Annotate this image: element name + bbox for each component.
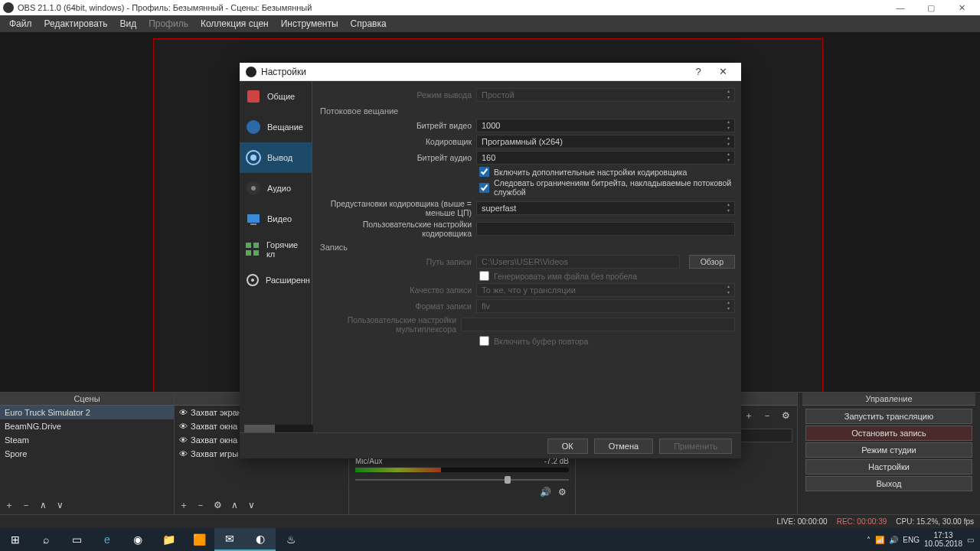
ok-button[interactable]: ОК <box>547 439 588 454</box>
preset-select[interactable]: superfast▴▾ <box>476 201 735 215</box>
dialog-content: Режим вывода Простой▴▾ Потоковое вещание… <box>312 81 741 432</box>
start-stream-button[interactable]: Запустить трансляцию <box>805 409 972 424</box>
dialog-sidebar: Общие Вещание Вывод Аудио Видео Горячие … <box>240 81 312 432</box>
scene-item[interactable]: Euro Truck Simulator 2 <box>0 406 174 419</box>
svg-point-1 <box>247 120 260 134</box>
scene-item[interactable]: Spore <box>0 447 174 461</box>
volume-slider[interactable] <box>355 474 569 485</box>
add-source-button[interactable]: ＋ <box>177 498 191 512</box>
add-scene-button[interactable]: ＋ <box>2 498 16 512</box>
menu-scene-collection[interactable]: Коллекция сцен <box>194 17 275 31</box>
eye-icon[interactable]: 👁 <box>179 435 188 445</box>
chevron-up-icon[interactable]: ˄ <box>867 536 871 544</box>
start-button[interactable]: ⊞ <box>0 528 31 551</box>
add-transition-button[interactable]: ＋ <box>742 409 756 422</box>
app-icon-2[interactable]: 🟧 <box>184 528 214 551</box>
nav-audio[interactable]: Аудио <box>240 173 312 204</box>
follow-bitrate-checkbox[interactable] <box>479 183 489 193</box>
menu-view[interactable]: Вид <box>113 17 142 31</box>
status-rec: REC: 00:00:39 <box>837 517 887 526</box>
scene-down-button[interactable]: ∨ <box>53 498 67 512</box>
nav-hotkeys[interactable]: Горячие кл <box>240 234 312 265</box>
scene-item[interactable]: Steam <box>0 433 174 447</box>
browse-button[interactable]: Обзор <box>689 255 735 269</box>
follow-bitrate-check-label: Следовать ограничениям битрейта, наклады… <box>494 178 735 197</box>
dialog-help-button[interactable]: ? <box>686 66 710 77</box>
obs-taskbar-icon[interactable]: ◐ <box>245 528 276 551</box>
source-up-button[interactable]: ∧ <box>227 498 241 512</box>
explorer-icon[interactable]: 📁 <box>153 528 184 551</box>
edge-icon[interactable]: e <box>92 528 122 551</box>
system-tray[interactable]: ˄ 📶 🔊 ENG 17:13 10.05.2018 ▭ <box>861 531 980 548</box>
output-mode-select[interactable]: Простой▴▾ <box>476 88 735 102</box>
nav-output[interactable]: Вывод <box>240 142 312 173</box>
clock[interactable]: 17:13 10.05.2018 <box>924 531 962 548</box>
close-button[interactable]: ✕ <box>946 3 977 13</box>
mux-input[interactable] <box>461 318 735 331</box>
nav-stream[interactable]: Вещание <box>240 112 312 142</box>
obs-icon <box>3 2 14 13</box>
menu-edit[interactable]: Редактировать <box>38 17 114 31</box>
menu-tools[interactable]: Инструменты <box>275 17 345 31</box>
source-down-button[interactable]: ∨ <box>244 498 258 512</box>
window-title: OBS 21.1.0 (64bit, windows) - Профиль: Б… <box>18 3 885 12</box>
transition-settings-button[interactable]: ⚙ <box>779 409 792 422</box>
sidebar-scrollbar[interactable] <box>244 425 313 432</box>
dialog-titlebar: Настройки ? ✕ <box>240 63 741 81</box>
no-space-checkbox[interactable] <box>479 271 489 281</box>
language-indicator[interactable]: ENG <box>903 536 920 544</box>
task-view-icon[interactable]: ▭ <box>61 528 92 551</box>
eye-icon[interactable]: 👁 <box>179 422 188 431</box>
gear-icon[interactable]: ⚙ <box>555 485 569 499</box>
notifications-icon[interactable]: ▭ <box>967 536 974 544</box>
menu-file[interactable]: Файл <box>3 17 38 31</box>
svg-point-5 <box>251 186 256 191</box>
remove-scene-button[interactable]: － <box>19 498 33 512</box>
volume-icon[interactable]: 🔊 <box>889 536 898 544</box>
dialog-close-button[interactable]: ✕ <box>710 66 735 77</box>
no-space-check-label: Генерировать имя файла без пробела <box>494 272 637 281</box>
rec-quality-label: Качество записи <box>318 285 472 295</box>
minimize-button[interactable]: — <box>885 3 916 13</box>
nav-video[interactable]: Видео <box>240 204 312 234</box>
source-settings-button[interactable]: ⚙ <box>211 498 224 512</box>
rec-quality-select[interactable]: То же, что у трансляции▴▾ <box>476 283 735 297</box>
eye-icon[interactable]: 👁 <box>179 408 188 417</box>
rec-path-label: Путь записи <box>318 257 472 266</box>
stream-icon <box>244 118 263 136</box>
apply-button[interactable]: Применить <box>659 439 732 454</box>
menu-help[interactable]: Справка <box>345 17 393 31</box>
mute-icon[interactable]: 🔊 <box>538 485 552 499</box>
menu-profile[interactable]: Профиль <box>142 17 194 31</box>
rec-format-select[interactable]: flv▴▾ <box>476 299 735 313</box>
app-icon-1[interactable]: ◉ <box>122 528 153 551</box>
studio-mode-button[interactable]: Режим студии <box>805 442 972 458</box>
mail-icon[interactable]: ✉ <box>214 528 245 551</box>
wifi-icon[interactable]: 📶 <box>875 536 884 544</box>
steam-icon[interactable]: ♨ <box>276 528 306 551</box>
settings-button[interactable]: Настройки <box>805 459 972 474</box>
custom-encoder-input[interactable] <box>476 222 735 236</box>
video-icon <box>244 210 263 228</box>
eye-icon[interactable]: 👁 <box>179 449 188 458</box>
stop-record-button[interactable]: Остановить запись <box>805 425 972 441</box>
nav-advanced[interactable]: Расширенн <box>240 265 312 295</box>
replay-buffer-checkbox[interactable] <box>479 336 489 346</box>
svg-rect-9 <box>253 243 259 248</box>
remove-transition-button[interactable]: － <box>760 409 774 422</box>
scene-item[interactable]: BeamNG.Drive <box>0 419 174 433</box>
audio-bitrate-input[interactable]: 160▴▾ <box>476 151 735 165</box>
nav-general[interactable]: Общие <box>240 81 312 112</box>
adv-encoder-checkbox[interactable] <box>479 167 489 177</box>
exit-button[interactable]: Выход <box>805 476 972 491</box>
scene-up-button[interactable]: ∧ <box>36 498 50 512</box>
scenes-list[interactable]: Euro Truck Simulator 2 BeamNG.Drive Stea… <box>0 406 174 496</box>
obs-icon <box>246 67 256 77</box>
cancel-button[interactable]: Отмена <box>594 439 653 454</box>
maximize-button[interactable]: ▢ <box>916 3 946 13</box>
remove-source-button[interactable]: － <box>194 498 207 512</box>
encoder-select[interactable]: Программный (x264)▴▾ <box>476 135 735 148</box>
rec-path-input[interactable]: C:\Users\USER\Videos <box>476 255 680 269</box>
search-icon[interactable]: ⌕ <box>31 528 61 551</box>
video-bitrate-input[interactable]: 1000▴▾ <box>476 119 735 132</box>
